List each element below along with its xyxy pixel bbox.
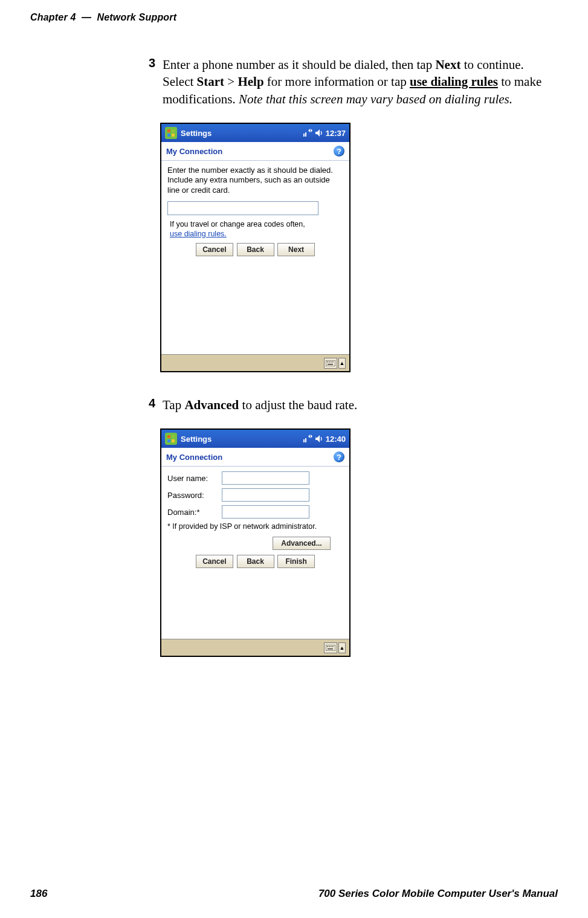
row-password: Password:: [167, 488, 343, 502]
sip-bar: ▲: [161, 639, 349, 656]
ui-ref-help: Help: [237, 74, 263, 89]
connectivity-icon[interactable]: [303, 435, 312, 443]
connection-name: My Connection: [166, 453, 222, 462]
sub-header: My Connection ?: [161, 142, 349, 161]
svg-rect-28: [332, 646, 334, 647]
svg-rect-15: [167, 435, 170, 438]
svg-rect-19: [303, 439, 305, 442]
svg-marker-23: [315, 435, 320, 442]
cancel-button[interactable]: Cancel: [196, 555, 233, 568]
step-3: 3 Enter a phone number as it should be d…: [142, 56, 558, 108]
advanced-row: Advanced...: [167, 537, 343, 550]
svg-rect-20: [305, 438, 306, 442]
step-number: 3: [142, 56, 155, 70]
connection-name: My Connection: [166, 147, 222, 156]
screenshot-dial-number: Settings 12:37 My Connection ? Enter the…: [160, 123, 351, 372]
title-text: Settings: [181, 435, 212, 444]
connectivity-icon[interactable]: [303, 129, 312, 137]
screenshot-credentials: Settings 12:40 My Connection ? User name…: [160, 428, 351, 657]
next-button[interactable]: Next: [277, 243, 315, 256]
svg-rect-16: [172, 435, 175, 438]
svg-marker-7: [311, 129, 312, 132]
isp-note: * If provided by ISP or network administ…: [167, 522, 343, 531]
svg-marker-6: [308, 129, 310, 132]
clock-text[interactable]: 12:37: [326, 129, 346, 138]
svg-rect-2: [167, 134, 170, 137]
manual-title: 700 Series Color Mobile Computer User's …: [318, 888, 558, 900]
svg-rect-9: [326, 360, 335, 366]
svg-rect-14: [328, 364, 333, 365]
svg-rect-18: [172, 439, 175, 442]
title-bar: Settings 12:37: [161, 124, 349, 142]
row-username: User name:: [167, 471, 343, 485]
text-fragment: to adjust the baud rate.: [239, 398, 357, 412]
label-password: Password:: [167, 491, 222, 500]
content-area: Enter the number exactly as it should be…: [161, 161, 349, 300]
phone-number-input[interactable]: [167, 201, 318, 215]
row-domain: Domain:*: [167, 505, 343, 519]
page-header: Chapter 4 — Network Support: [30, 12, 558, 23]
sip-bar: ▲: [161, 354, 349, 371]
step-3-text: Enter a phone number as it should be dia…: [163, 56, 549, 108]
help-icon[interactable]: ?: [334, 146, 344, 157]
ui-ref-dialing-rules: use dialing rules: [410, 74, 498, 89]
back-button[interactable]: Back: [237, 555, 274, 568]
ui-ref-advanced: Advanced: [184, 398, 239, 412]
svg-marker-8: [315, 129, 320, 137]
username-input[interactable]: [222, 471, 309, 485]
empty-area: [161, 581, 349, 639]
svg-rect-29: [328, 648, 333, 650]
svg-rect-10: [327, 361, 328, 363]
chapter-label: Chapter 4: [30, 12, 76, 22]
svg-rect-27: [331, 646, 332, 647]
sip-arrow-icon[interactable]: ▲: [338, 642, 346, 653]
empty-area: [161, 300, 349, 354]
start-icon[interactable]: [165, 127, 177, 139]
advanced-button[interactable]: Advanced...: [273, 537, 331, 550]
svg-marker-21: [308, 435, 310, 438]
cancel-button[interactable]: Cancel: [196, 243, 233, 256]
instruction-text: Enter the number exactly as it should be…: [167, 166, 343, 195]
ui-ref-next: Next: [435, 57, 460, 72]
sub-header: My Connection ?: [161, 448, 349, 467]
svg-rect-4: [303, 134, 305, 137]
back-button[interactable]: Back: [237, 243, 274, 256]
travel-text: If you travel or change area codes often…: [170, 220, 343, 228]
start-icon[interactable]: [165, 433, 177, 445]
svg-rect-5: [305, 132, 306, 137]
svg-marker-22: [311, 435, 312, 438]
button-row: Cancel Back Finish: [167, 555, 343, 568]
svg-rect-17: [167, 439, 170, 442]
title-text: Settings: [181, 129, 212, 138]
dialing-rules-link[interactable]: use dialing rules.: [170, 230, 343, 238]
step-4: 4 Tap Advanced to adjust the baud rate.: [142, 396, 558, 413]
help-icon[interactable]: ?: [334, 451, 344, 462]
svg-rect-0: [167, 129, 170, 132]
domain-input[interactable]: [222, 505, 309, 519]
keyboard-icon[interactable]: [324, 358, 337, 369]
svg-rect-13: [332, 361, 334, 363]
finish-button[interactable]: Finish: [277, 555, 315, 568]
title-bar: Settings 12:40: [161, 430, 349, 448]
step-note: Note that this screen may vary based on …: [239, 92, 512, 106]
svg-rect-1: [172, 129, 175, 132]
section-title: Network Support: [97, 12, 176, 22]
ui-ref-start: Start: [197, 74, 225, 89]
volume-icon[interactable]: [315, 129, 323, 137]
header-sep: —: [82, 12, 91, 22]
text-fragment: Tap: [163, 398, 184, 412]
svg-rect-12: [331, 361, 332, 363]
content-area: User name: Password: Domain:* * If provi…: [161, 467, 349, 581]
volume-icon[interactable]: [315, 435, 323, 443]
svg-rect-11: [329, 361, 330, 363]
password-input[interactable]: [222, 488, 309, 502]
page-number: 186: [30, 888, 47, 900]
clock-text[interactable]: 12:40: [326, 435, 346, 444]
svg-rect-26: [329, 646, 330, 647]
keyboard-icon[interactable]: [324, 642, 337, 653]
button-row: Cancel Back Next: [167, 243, 343, 256]
text-fragment: for more information or tap: [264, 74, 410, 89]
step-4-text: Tap Advanced to adjust the baud rate.: [163, 396, 549, 413]
sip-arrow-icon[interactable]: ▲: [338, 358, 346, 369]
label-username: User name:: [167, 474, 222, 483]
